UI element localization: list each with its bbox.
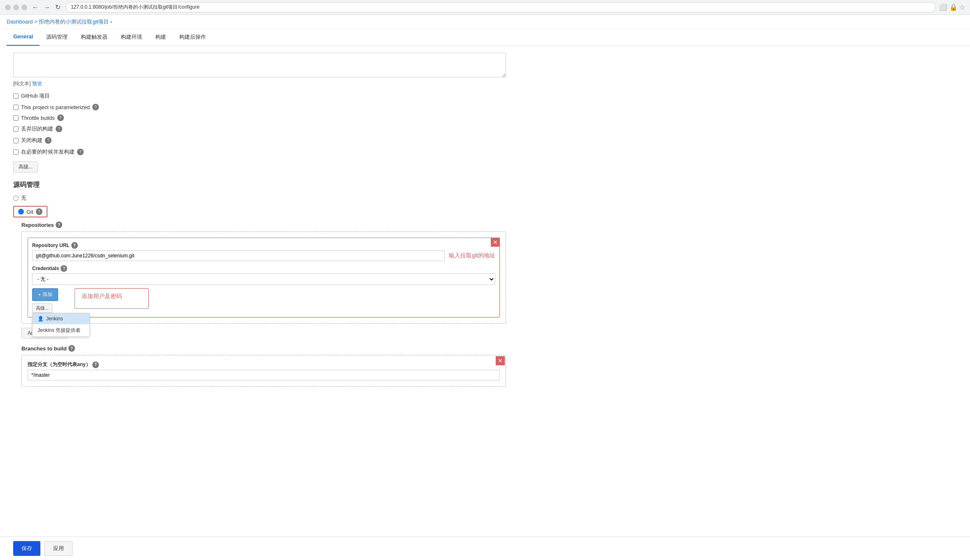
throttle-checkbox[interactable] — [13, 115, 19, 121]
none-radio[interactable] — [13, 196, 19, 201]
source-management-title: 源码管理 — [13, 181, 506, 189]
git-radio-indicator — [18, 209, 24, 215]
credentials-dropdown[interactable]: - 无 - — [32, 273, 495, 285]
concurrent-label: 在必要的时候并发构建 — [21, 148, 75, 156]
dashboard-link[interactable]: Dashboard — [7, 19, 33, 25]
discard-checkbox[interactable] — [13, 126, 19, 132]
window-controls — [5, 5, 27, 10]
radio-none: 无 — [13, 194, 506, 202]
concurrent-help-icon[interactable]: ? — [77, 149, 84, 155]
checkbox-github: GitHub 项目 — [13, 92, 506, 100]
parameterized-label: This project is parameterized — [21, 104, 90, 110]
branch-close-button[interactable]: ✕ — [496, 356, 505, 365]
radio-git-row: Git ? — [13, 206, 506, 217]
repo-url-row: 输入拉取git的地址 — [32, 250, 495, 261]
repo-url-hint: 输入拉取git的地址 — [449, 252, 495, 259]
breadcrumb-separator1: > — [34, 19, 39, 25]
credentials-dropdown-menu: 👤 Jenkins Jenkins 凭据提供者 — [32, 313, 90, 337]
git-selected-box: Git ? — [13, 206, 47, 217]
close-checkbox[interactable] — [13, 138, 19, 143]
git-label: Git — [26, 209, 33, 215]
plus-icon: + — [38, 292, 41, 298]
branch-input[interactable] — [28, 370, 500, 380]
branch-field-label: 指定分支（为空时代表any） ? — [28, 361, 500, 368]
discard-help-icon[interactable]: ? — [56, 126, 62, 132]
jenkins-dropdown-item[interactable]: 👤 Jenkins — [33, 313, 89, 324]
tab-build[interactable]: 构建 — [149, 29, 173, 46]
checkbox-discard: 丢弃旧的构建 ? — [13, 125, 506, 133]
concurrent-checkbox[interactable] — [13, 149, 19, 155]
github-label: GitHub 项目 — [21, 92, 50, 100]
repository-close-button[interactable]: ✕ — [491, 238, 500, 247]
back-icon[interactable]: ← — [30, 4, 40, 11]
bottom-action-bar: 保存 应用 — [0, 537, 970, 560]
minimize-window-btn[interactable] — [13, 5, 19, 10]
preview-link[interactable]: 预览 — [32, 81, 42, 86]
branches-label: Branches to build ? — [21, 345, 506, 352]
branches-help-icon[interactable]: ? — [68, 345, 75, 352]
project-link[interactable]: 拒绝内卷的小测试拉取git项目 — [39, 19, 109, 25]
url-bar[interactable]: 127.0.0.1:8080/job/拒绝内卷的小测试拉取git项目/confi… — [66, 2, 936, 12]
repo-url-label: Repository URL ? — [32, 242, 495, 249]
save-button[interactable]: 保存 — [13, 541, 40, 556]
repo-url-help-icon[interactable]: ? — [71, 242, 78, 249]
jenkins-provider-item[interactable]: Jenkins 凭据提供者 — [33, 324, 89, 336]
branch-field-help-icon[interactable]: ? — [92, 362, 99, 368]
github-checkbox[interactable] — [13, 93, 19, 99]
throttle-help-icon[interactable]: ? — [57, 114, 64, 121]
parameterized-checkbox[interactable] — [13, 105, 19, 110]
discard-label: 丢弃旧的构建 — [21, 125, 53, 133]
checkbox-parameterized: This project is parameterized ? — [13, 104, 506, 110]
tab-trigger[interactable]: 构建触发器 — [74, 29, 114, 46]
refresh-icon[interactable]: ↻ — [54, 3, 62, 11]
branches-outer-box: ✕ 指定分支（为空时代表any） ? — [21, 355, 506, 387]
none-label: 无 — [21, 194, 26, 202]
checkbox-throttle: Throttle builds ? — [13, 114, 506, 121]
browser-navigation: ← → ↻ — [30, 3, 62, 11]
breadcrumb-arrow: › — [110, 19, 112, 25]
close-window-btn[interactable] — [5, 5, 11, 10]
user-icon: 👤 — [37, 316, 44, 322]
apply-button[interactable]: 应用 — [45, 541, 73, 556]
tab-post[interactable]: 构建后操作 — [173, 29, 213, 46]
repository-box: ✕ Repository URL ? 输入拉取git的地址 Credential… — [28, 238, 500, 317]
credentials-label: Credentials ? — [32, 265, 495, 272]
add-user-hint-text: 添加用户及密码 — [82, 293, 122, 299]
forward-icon[interactable]: → — [42, 4, 52, 11]
tab-source[interactable]: 源码管理 — [40, 29, 74, 46]
checkbox-concurrent: 在必要的时候并发构建 ? — [13, 148, 506, 156]
browser-chrome: ← → ↻ 127.0.0.1:8080/job/拒绝内卷的小测试拉取git项目… — [0, 0, 970, 15]
repositories-help-icon[interactable]: ? — [56, 222, 62, 228]
parameterized-help-icon[interactable]: ? — [92, 104, 99, 110]
page: Dashboard > 拒绝内卷的小测试拉取git项目 › General 源码… — [0, 15, 970, 560]
close-help-icon[interactable]: ? — [45, 137, 52, 144]
git-help-icon[interactable]: ? — [36, 208, 42, 215]
maximize-window-btn[interactable] — [21, 5, 27, 10]
advanced-button[interactable]: 高级... — [13, 161, 38, 173]
throttle-label: Throttle builds — [21, 115, 55, 121]
repo-url-input[interactable] — [32, 250, 445, 261]
add-credentials-group: + 添加 👤 Jenkins — [32, 288, 58, 313]
tab-env[interactable]: 构建环境 — [114, 29, 149, 46]
tab-general[interactable]: General — [7, 29, 40, 46]
repositories-outer-box: ✕ Repository URL ? 输入拉取git的地址 Credential… — [21, 231, 506, 324]
repositories-label: Repositories ? — [21, 222, 506, 228]
add-user-hint-box: 添加用户及密码 — [75, 288, 149, 309]
credentials-section: Credentials ? - 无 - + — [32, 265, 495, 313]
main-content: [纯文本] 预览 GitHub 项目 This project is param… — [0, 46, 519, 407]
close-label: 关闭构建 — [21, 137, 42, 144]
tab-bar: General 源码管理 构建触发器 构建环境 构建 构建后操作 — [0, 29, 970, 46]
text-format-links: [纯文本] 预览 — [13, 80, 506, 87]
credentials-help-icon[interactable]: ? — [61, 265, 67, 272]
add-credentials-button[interactable]: + 添加 — [33, 289, 58, 301]
branch-inner: ✕ 指定分支（为空时代表any） ? — [28, 361, 500, 380]
description-textarea[interactable] — [13, 53, 506, 77]
repositories-section: Repositories ? ✕ Repository URL ? 输入拉取gi… — [21, 222, 506, 387]
browser-icons: ⬜ 🔒 ☆ — [939, 3, 965, 11]
checkbox-close: 关闭构建 ? — [13, 137, 506, 144]
breadcrumb: Dashboard > 拒绝内卷的小测试拉取git项目 › — [0, 15, 970, 29]
repo-advanced-button[interactable]: 高级... — [32, 303, 52, 313]
